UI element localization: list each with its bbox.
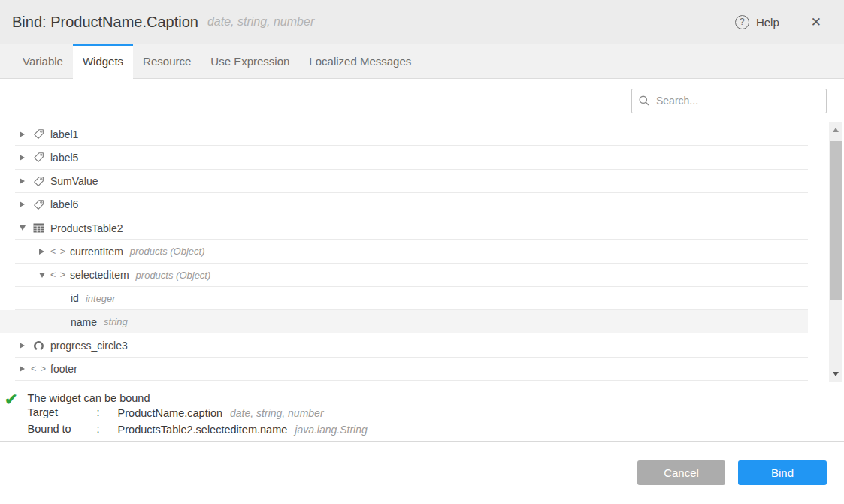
tab-localized-messages[interactable]: Localized Messages — [299, 44, 421, 78]
progress-circle-icon — [32, 340, 45, 352]
tree-node-label: currentItem — [70, 246, 123, 258]
search-row — [0, 79, 844, 122]
tree-node-label: name — [71, 316, 97, 328]
bind-button[interactable]: Bind — [738, 460, 827, 485]
widgets-tree: label1label5SumValuelabel6ProductsTable2… — [0, 122, 808, 381]
help-icon[interactable]: ? — [735, 15, 749, 29]
angle-brackets-icon: < > — [32, 364, 45, 374]
status-row-separator: : — [97, 423, 118, 436]
tree-row-SumValue[interactable]: SumValue — [0, 170, 808, 193]
tag-icon — [32, 199, 45, 210]
expand-arrow-icon[interactable] — [20, 366, 27, 372]
expand-arrow-icon[interactable] — [20, 201, 27, 207]
tree-row-ProductsTable2[interactable]: ProductsTable2 — [0, 216, 808, 240]
status-row-separator: : — [97, 406, 118, 420]
tree-row-currentItem[interactable]: < >currentItemproducts (Object) — [0, 240, 808, 263]
cancel-button[interactable]: Cancel — [637, 460, 725, 485]
tabbar: VariableWidgetsResourceUse ExpressionLoc… — [0, 44, 844, 79]
tree-node-label: selecteditem — [70, 269, 129, 281]
tab-label: Localized Messages — [309, 55, 411, 68]
expand-arrow-icon[interactable] — [20, 131, 27, 137]
expand-arrow-icon[interactable] — [20, 343, 27, 349]
expand-arrow-icon[interactable] — [20, 178, 27, 184]
expand-arrow-icon[interactable] — [39, 249, 47, 255]
status-row-value: ProductsTable2.selecteditem.namejava.lan… — [118, 423, 368, 436]
tab-widgets[interactable]: Widgets — [73, 44, 133, 79]
collapse-arrow-icon[interactable] — [20, 225, 27, 231]
close-icon[interactable]: ✕ — [811, 16, 821, 29]
tree-node-label: ProductsTable2 — [50, 222, 123, 234]
status-row-value: ProductName.captiondate, string, number — [118, 406, 368, 420]
tree-node-type-hint: string — [104, 316, 128, 327]
tab-variable[interactable]: Variable — [13, 44, 73, 78]
dialog-footer: Cancel Bind — [0, 442, 844, 503]
bind-dialog: Bind: ProductName.Caption date, string, … — [0, 0, 844, 504]
status-row-label: Target — [28, 406, 97, 420]
angle-brackets-icon: < > — [52, 246, 65, 257]
tab-label: Widgets — [83, 55, 123, 68]
status-row-label: Bound to — [28, 423, 97, 436]
status-row-type-hint: date, string, number — [230, 407, 324, 419]
tab-label: Variable — [23, 55, 63, 68]
status-row-type-hint: java.lang.String — [295, 424, 368, 436]
bind-status-panel: ✔ The widget can be bound Target:Product… — [0, 381, 844, 442]
tree-row-name[interactable]: namestring — [0, 310, 808, 333]
tree-row-label1[interactable]: label1 — [0, 122, 808, 146]
status-message: The widget can be bound — [28, 392, 368, 404]
tag-icon — [32, 152, 45, 163]
table-icon — [32, 223, 45, 233]
tree-node-type-hint: integer — [86, 293, 116, 304]
status-details: Target:ProductName.captiondate, string, … — [28, 406, 368, 436]
scrollbar-thumb[interactable] — [830, 141, 842, 300]
tree-node-label: label1 — [50, 128, 78, 140]
tab-label: Resource — [143, 55, 191, 68]
tree-node-label: progress_circle3 — [50, 340, 128, 352]
tree-node-label: id — [71, 292, 79, 304]
search-icon — [638, 95, 650, 107]
tree-node-type-hint: products (Object) — [130, 246, 205, 257]
search-input[interactable] — [631, 89, 827, 113]
dialog-title-type-hint: date, string, number — [207, 15, 314, 29]
help-button[interactable]: Help — [756, 16, 779, 29]
tree-node-label: footer — [50, 363, 77, 375]
tab-label: Use Expression — [210, 55, 289, 68]
angle-brackets-icon: < > — [52, 270, 65, 280]
collapse-arrow-icon[interactable] — [39, 273, 47, 278]
tag-icon — [32, 128, 45, 140]
tree-row-footer[interactable]: < >footer — [0, 358, 808, 381]
tree-node-label: SumValue — [50, 175, 98, 187]
tag-icon — [32, 176, 45, 187]
tree-row-label5[interactable]: label5 — [0, 146, 808, 169]
tree-row-selecteditem[interactable]: < >selecteditemproducts (Object) — [0, 264, 808, 287]
search-box — [631, 89, 827, 113]
tree-node-type-hint: products (Object) — [136, 270, 211, 281]
scroll-up-icon[interactable] — [829, 124, 842, 136]
tree-row-id[interactable]: idinteger — [0, 287, 808, 310]
tab-resource[interactable]: Resource — [133, 44, 201, 78]
tab-use-expression[interactable]: Use Expression — [201, 44, 299, 78]
tree-row-progress_circle3[interactable]: progress_circle3 — [0, 333, 808, 357]
dialog-title: Bind: ProductName.Caption — [12, 14, 198, 31]
dialog-titlebar: Bind: ProductName.Caption date, string, … — [0, 0, 844, 44]
scroll-down-icon[interactable] — [829, 368, 842, 380]
expand-arrow-icon[interactable] — [20, 155, 27, 161]
tree-scrollbar[interactable] — [829, 122, 842, 382]
tree-row-label6[interactable]: label6 — [0, 193, 808, 216]
tree-node-label: label6 — [50, 198, 78, 210]
check-icon: ✔ — [5, 391, 18, 407]
tree-node-label: label5 — [50, 152, 78, 164]
